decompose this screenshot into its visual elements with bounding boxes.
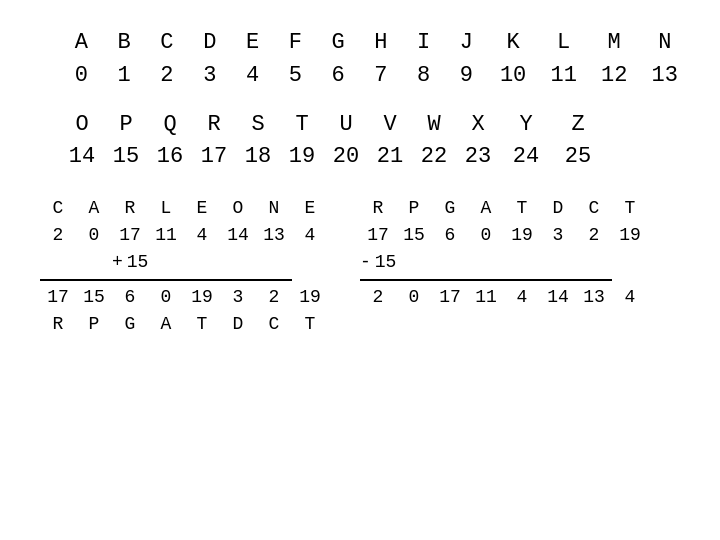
calc-cell: E: [292, 195, 328, 222]
calc-cell: 4: [292, 222, 328, 249]
letter-cell: L: [538, 28, 589, 59]
calc-cell: 0: [148, 284, 184, 311]
letter-cell: U: [324, 110, 368, 141]
number-cell: 16: [148, 142, 192, 173]
number-cell: 0: [60, 61, 103, 92]
alphabet-row2-numbers: 141516171819202122232425: [60, 142, 690, 173]
calc-cell: N: [256, 195, 292, 222]
right-label-row: RPGATDCT: [360, 195, 680, 222]
calc-cell: 0: [468, 222, 504, 249]
calc-cell: 14: [220, 222, 256, 249]
calc-cell: C: [256, 311, 292, 338]
calc-cell: L: [148, 195, 184, 222]
letter-cell: A: [60, 28, 103, 59]
right-num-row: 171560193219: [360, 222, 680, 249]
left-result-num-row: 171560193219: [40, 284, 360, 311]
calc-cell: 2: [576, 222, 612, 249]
right-calc-block: RPGATDCT 171560193219 - 15 201711414134: [360, 195, 680, 338]
left-plus-label: +: [112, 249, 123, 276]
number-cell: 13: [640, 61, 691, 92]
calc-cell: C: [40, 195, 76, 222]
right-divider: [360, 279, 612, 281]
number-cell: 9: [445, 61, 488, 92]
calc-cell: 17: [40, 284, 76, 311]
number-cell: 8: [402, 61, 445, 92]
calc-cell: 4: [184, 222, 220, 249]
right-minus-label: -: [360, 249, 371, 276]
calc-cell: C: [576, 195, 612, 222]
calc-cell: A: [468, 195, 504, 222]
calc-cell: 0: [76, 222, 112, 249]
letter-cell: R: [192, 110, 236, 141]
calc-cell: G: [432, 195, 468, 222]
letter-cell: X: [456, 110, 500, 141]
calc-cell: 13: [576, 284, 612, 311]
letter-cell: H: [359, 28, 402, 59]
alphabet-row2-letters: OPQRSTUVWXYZ: [60, 110, 690, 141]
letter-cell: N: [640, 28, 691, 59]
letter-cell: T: [280, 110, 324, 141]
number-cell: 24: [500, 142, 552, 173]
number-cell: 20: [324, 142, 368, 173]
letter-cell: Q: [148, 110, 192, 141]
alphabet-row1-letters: ABCDEFGHIJKLMN: [60, 28, 690, 59]
letter-cell: I: [402, 28, 445, 59]
letter-cell: M: [589, 28, 640, 59]
number-cell: 23: [456, 142, 500, 173]
calc-cell: D: [220, 311, 256, 338]
right-result-num-row: 201711414134: [360, 284, 680, 311]
number-cell: 18: [236, 142, 280, 173]
calc-cell: R: [112, 195, 148, 222]
calc-cell: G: [112, 311, 148, 338]
letter-cell: S: [236, 110, 280, 141]
calc-cell: 4: [612, 284, 648, 311]
number-cell: 11: [538, 61, 589, 92]
left-calc-block: CARLEONE 201711414134 + 15 171560193219 …: [40, 195, 360, 338]
bottom-section: CARLEONE 201711414134 + 15 171560193219 …: [30, 195, 690, 338]
calc-cell: T: [504, 195, 540, 222]
calc-cell: 3: [220, 284, 256, 311]
letter-cell: Y: [500, 110, 552, 141]
left-num-row: 201711414134: [40, 222, 360, 249]
calc-cell: 15: [76, 284, 112, 311]
calc-cell: 4: [504, 284, 540, 311]
calc-cell: T: [292, 311, 328, 338]
letter-cell: F: [274, 28, 317, 59]
calc-cell: R: [360, 195, 396, 222]
calc-cell: 17: [432, 284, 468, 311]
calc-cell: 19: [184, 284, 220, 311]
calc-cell: 17: [360, 222, 396, 249]
number-cell: 12: [589, 61, 640, 92]
calc-cell: T: [612, 195, 648, 222]
number-cell: 7: [359, 61, 402, 92]
number-cell: 19: [280, 142, 324, 173]
calc-cell: 2: [256, 284, 292, 311]
calc-cell: T: [184, 311, 220, 338]
calc-cell: 0: [396, 284, 432, 311]
number-cell: 15: [104, 142, 148, 173]
number-cell: 3: [188, 61, 231, 92]
calc-cell: 19: [292, 284, 328, 311]
calc-cell: A: [76, 195, 112, 222]
number-cell: 4: [231, 61, 274, 92]
calc-cell: 3: [540, 222, 576, 249]
calc-cell: E: [184, 195, 220, 222]
number-cell: 5: [274, 61, 317, 92]
calc-cell: 17: [112, 222, 148, 249]
calc-cell: O: [220, 195, 256, 222]
calc-cell: 15: [396, 222, 432, 249]
letter-cell: O: [60, 110, 104, 141]
number-cell: 14: [60, 142, 104, 173]
calc-cell: 6: [432, 222, 468, 249]
left-plus-value: 15: [127, 249, 149, 276]
number-cell: 22: [412, 142, 456, 173]
calc-cell: A: [148, 311, 184, 338]
letter-cell: D: [188, 28, 231, 59]
calc-cell: 13: [256, 222, 292, 249]
calc-cell: 6: [112, 284, 148, 311]
calc-cell: 2: [40, 222, 76, 249]
alphabet-row1-numbers: 012345678910111213: [60, 61, 690, 92]
letter-cell: B: [103, 28, 146, 59]
number-cell: 2: [146, 61, 189, 92]
left-divider: [40, 279, 292, 281]
